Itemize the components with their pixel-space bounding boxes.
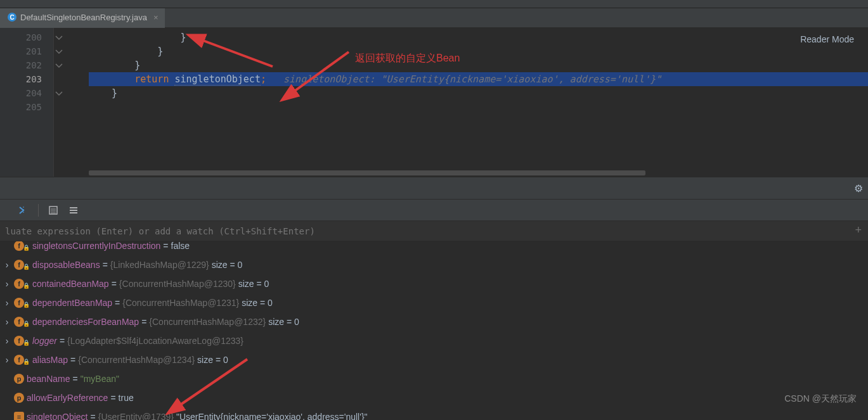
variable-type: {ConcurrentHashMap@1234}	[78, 355, 195, 365]
debug-sub-toolbar	[0, 200, 868, 221]
value-icon: ≡	[14, 412, 24, 420]
variable-value: size = 0	[197, 355, 228, 365]
chevron-right-icon[interactable]: ›	[3, 317, 11, 327]
lock-icon: 🔒	[23, 321, 30, 327]
equals-sign: =	[112, 279, 117, 289]
equals-sign: =	[73, 374, 78, 384]
line-number: 201	[0, 44, 53, 58]
close-icon[interactable]: ×	[151, 13, 159, 22]
fold-handle[interactable]	[54, 58, 89, 72]
variable-name: containedBeanMap	[32, 279, 109, 289]
equals-sign: =	[115, 298, 120, 308]
debug-panel-header: ⚙	[0, 177, 868, 200]
chevron-right-icon[interactable]: ›	[3, 355, 11, 365]
lock-icon: 🔒	[23, 359, 30, 365]
variable-row[interactable]: ›f🔒 disposableBeans = {LinkedHashMap@122…	[1, 255, 867, 274]
line-number: 200	[0, 30, 53, 44]
code-text: }	[89, 46, 163, 57]
chevron-right-icon[interactable]: ›	[3, 279, 11, 289]
watermark: CSDN @天然玩家	[784, 393, 857, 405]
equals-sign: =	[60, 336, 65, 346]
separator	[38, 204, 39, 217]
code-text: }	[89, 60, 140, 71]
top-toolbar	[0, 0, 868, 8]
variable-type: {LinkedHashMap@1229}	[110, 260, 209, 270]
add-watch-icon[interactable]: +	[855, 224, 862, 237]
editor-tab[interactable]: C DefaultSingletonBeanRegistry.java ×	[0, 8, 165, 28]
variable-name: logger	[32, 336, 57, 346]
variable-name: allowEarlyReference	[27, 393, 108, 403]
equals-sign: =	[110, 393, 115, 403]
variable-type: {UserEntity@1739}	[98, 412, 174, 420]
gear-icon[interactable]: ⚙	[854, 182, 863, 194]
line-number-gutter: 200 201 202 203 204 205	[0, 28, 54, 177]
variable-value: size = 0	[212, 260, 243, 270]
current-execution-line: return singletonObject; singletonObject:…	[89, 72, 868, 86]
code-text: }	[89, 32, 186, 43]
variable-value: true	[119, 393, 134, 403]
fold-handle[interactable]	[54, 86, 89, 100]
variable-name: beanName	[27, 374, 70, 384]
variable-name: singletonObject	[27, 412, 88, 420]
chevron-right-icon[interactable]: ›	[3, 260, 11, 270]
variable-row[interactable]: ›f🔒 dependentBeanMap = {ConcurrentHashMa…	[1, 293, 867, 312]
code-text: }	[89, 87, 117, 99]
scrollbar-thumb[interactable]	[89, 170, 645, 175]
variable-row[interactable]: p allowEarlyReference = true	[1, 388, 867, 407]
class-icon: C	[8, 13, 16, 22]
fold-handle[interactable]	[54, 30, 89, 44]
variable-name: disposableBeans	[32, 260, 100, 270]
variable-row[interactable]: ›f🔒 aliasMap = {ConcurrentHashMap@1234} …	[1, 350, 867, 369]
tab-title: DefaultSingletonBeanRegistry.java	[20, 13, 147, 22]
variable-value: "myBean"	[81, 374, 119, 384]
parameter-icon: p	[14, 374, 24, 384]
fold-handle[interactable]	[54, 44, 89, 58]
variable-row[interactable]: ›f🔒 containedBeanMap = {ConcurrentHashMa…	[1, 274, 867, 293]
lock-icon: 🔒	[23, 340, 30, 346]
variable-name: aliasMap	[32, 355, 68, 365]
editor-tab-row: C DefaultSingletonBeanRegistry.java ×	[0, 8, 868, 28]
lock-icon: 🔒	[23, 283, 30, 289]
variable-row[interactable]: ›f🔒 dependenciesForBeanMap = {Concurrent…	[1, 312, 867, 331]
line-number: 205	[0, 100, 53, 114]
variable-row[interactable]: ≡ singletonObject = {UserEntity@1739} "U…	[1, 407, 867, 420]
parameter-icon: p	[14, 393, 24, 403]
variable-name: dependenciesForBeanMap	[32, 317, 139, 327]
variable-row[interactable]: p beanName = "myBean"	[1, 369, 867, 388]
lock-icon: 🔒	[23, 302, 30, 308]
equals-sign: =	[163, 241, 168, 251]
variable-value: "UserEntity{nickname='xiaoxiao', address…	[176, 412, 368, 420]
calculator-icon[interactable]	[48, 205, 59, 216]
evaluate-expression-bar[interactable]	[0, 221, 868, 241]
line-number-current: 203	[0, 72, 53, 86]
variables-panel[interactable]: f🔒 singletonsCurrentlyInDestruction = fa…	[0, 241, 868, 420]
list-icon[interactable]	[68, 205, 79, 216]
code-area[interactable]: } } } return singletonObject; singletonO…	[89, 28, 868, 177]
expression-input[interactable]	[5, 226, 863, 236]
lock-icon: 🔒	[23, 264, 30, 270]
variable-type: {LogAdapter$Slf4jLocationAwareLog@1233}	[67, 336, 243, 346]
reader-mode-toggle[interactable]: Reader Mode	[800, 34, 854, 44]
chevron-right-icon[interactable]: ›	[3, 336, 11, 346]
variable-name: singletonsCurrentlyInDestruction	[32, 241, 160, 251]
fold-gutter	[54, 28, 89, 177]
equals-sign: =	[70, 355, 75, 365]
equals-sign: =	[141, 317, 146, 327]
variable-type: {ConcurrentHashMap@1231}	[122, 298, 239, 308]
variable-row[interactable]: ›f🔒 logger = {LogAdapter$Slf4jLocationAw…	[1, 331, 867, 350]
variable-value: false	[171, 241, 190, 251]
horizontal-scrollbar[interactable]	[89, 169, 862, 177]
step-into-icon[interactable]	[18, 205, 29, 216]
equals-sign: =	[91, 412, 96, 420]
variable-name: dependentBeanMap	[32, 298, 112, 308]
variable-type: {ConcurrentHashMap@1232}	[149, 317, 266, 327]
variable-row[interactable]: f🔒 singletonsCurrentlyInDestruction = fa…	[1, 241, 867, 255]
lock-icon: 🔒	[23, 245, 30, 251]
line-number: 202	[0, 58, 53, 72]
user-annotation: 返回获取的自定义Bean	[355, 52, 460, 65]
code-editor[interactable]: 200 201 202 203 204 205 } } } return sin…	[0, 28, 868, 177]
line-number: 204	[0, 86, 53, 100]
chevron-right-icon[interactable]: ›	[3, 298, 11, 308]
variable-value: size = 0	[268, 317, 299, 327]
variable-value: size = 0	[242, 298, 273, 308]
